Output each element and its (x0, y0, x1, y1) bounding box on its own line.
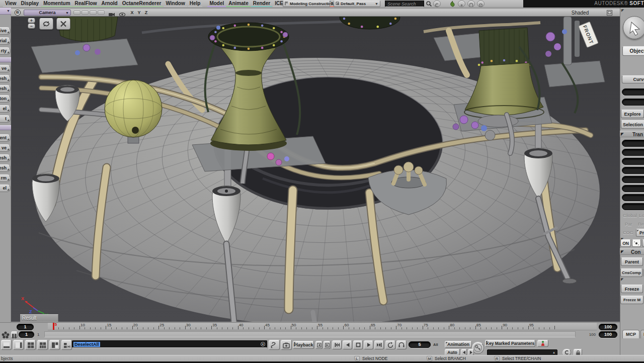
close-icon[interactable] (56, 18, 70, 30)
audio-mute-icon[interactable] (396, 340, 407, 349)
end-frame-box[interactable]: 100 (599, 324, 617, 330)
stop-button[interactable] (353, 340, 363, 349)
memo-cam-slot[interactable] (98, 11, 105, 15)
object-filter-button[interactable]: Object (622, 46, 644, 56)
range-end-box[interactable]: 100 (599, 331, 617, 338)
transform-value-field[interactable] (622, 185, 644, 192)
step-back-button[interactable] (315, 341, 323, 349)
timeline-ruler[interactable]: 1015202530354045505560657075808590955 (48, 323, 597, 330)
viewport-canvas[interactable]: FRONT X Y Z (11, 17, 620, 322)
select-tool-button[interactable] (623, 16, 644, 39)
transform-value-field[interactable] (622, 194, 644, 201)
left-toolbar-button-ve[interactable]: ve (0, 144, 11, 152)
selection-field[interactable] (622, 88, 644, 96)
timeline-playhead[interactable]: 5 (53, 323, 54, 330)
scene-search-input[interactable]: Scene Search (385, 1, 424, 7)
explore-button[interactable]: Explore (621, 110, 644, 118)
zoom-in-button[interactable]: + (28, 18, 35, 23)
memo-cam-slot[interactable] (90, 11, 97, 15)
camera-view-dropdown[interactable]: Camera ▼ (24, 10, 71, 16)
left-toolbar-button-nent[interactable]: nent (0, 134, 11, 142)
axis-z-toggle[interactable]: Z (143, 10, 149, 15)
left-toolbar-button-ive[interactable]: ive (0, 27, 11, 35)
menu-window[interactable]: Window (164, 0, 187, 7)
left-toolbar-button-t[interactable]: t (0, 115, 11, 123)
selection-filter-icon[interactable] (458, 1, 465, 7)
axis-y-toggle[interactable]: Y (136, 10, 142, 15)
panel-corner-icon[interactable]: ◤ (621, 9, 624, 13)
menu-model[interactable]: Model (207, 0, 226, 7)
ref-mode-label[interactable]: Ref (638, 222, 644, 227)
script-icon[interactable] (269, 340, 280, 350)
leaf-icon[interactable] (448, 1, 456, 7)
loop-icon[interactable] (385, 340, 395, 349)
ghost-icon[interactable] (477, 1, 485, 7)
layout-preset-button-5[interactable] (49, 340, 60, 350)
snap-on-toggle[interactable]: ON (620, 239, 631, 247)
menu-render[interactable]: Render (251, 0, 272, 7)
menu-momentum[interactable]: Momentum (41, 0, 72, 7)
selection-button[interactable]: Selection (621, 120, 644, 129)
start-frame-box[interactable]: 1 (17, 324, 34, 330)
menu-realflow[interactable]: RealFlow (73, 0, 99, 7)
shading-mode-dropdown[interactable]: Shaded (565, 10, 596, 16)
axis-x-toggle[interactable]: X (129, 10, 135, 15)
menu-help[interactable]: Help (188, 0, 203, 7)
search-icon[interactable] (425, 1, 433, 7)
freeze-m-button[interactable]: Freeze M (620, 296, 643, 304)
left-toolbar-button-ton[interactable]: ton (0, 95, 11, 103)
memo-cam-slot[interactable] (82, 11, 89, 15)
layout-preset-button-6[interactable] (61, 340, 72, 350)
viewport-letter-button[interactable]: B (15, 10, 21, 16)
left-toolbar-button-el[interactable]: el (0, 105, 11, 113)
menu-view[interactable]: View (3, 0, 19, 7)
snap-target-icon[interactable] (632, 239, 641, 247)
selection-field[interactable] (622, 99, 644, 106)
all-label[interactable]: All (433, 342, 438, 347)
layout-preset-button-3[interactable] (25, 340, 36, 350)
snap-icon[interactable] (467, 1, 475, 7)
memo-cam-slot[interactable] (73, 11, 80, 15)
left-toolbar-button-mesh[interactable]: Mesh (0, 75, 11, 82)
tab-kpl[interactable]: KP/L (640, 330, 644, 338)
left-toolbar-button-mesh[interactable]: Mesh (0, 164, 11, 172)
left-toolbar-button-rm[interactable]: rm (0, 174, 11, 182)
panel-corner-icon[interactable]: ◤ (621, 278, 623, 282)
command-input[interactable]: DeselectAll ▼ (72, 340, 267, 348)
layout-preset-button-2[interactable] (13, 340, 24, 350)
command-history-icon[interactable]: ▼ (261, 342, 265, 346)
transform-value-field[interactable] (622, 203, 644, 210)
left-toolbar-button-el[interactable]: el (0, 185, 11, 192)
transform-value-field[interactable] (622, 158, 644, 165)
menu-octanerenderer[interactable]: OctaneRenderer (120, 0, 164, 7)
refresh-icon[interactable] (39, 18, 53, 30)
menu-animate[interactable]: Animate (226, 0, 250, 7)
key-marked-parameters-button[interactable]: Key Marked Parameters (485, 340, 535, 347)
freeze-button[interactable]: Freeze (621, 285, 643, 293)
prop-button[interactable]: Prop (636, 229, 644, 237)
range-start-box[interactable]: 1 (19, 331, 34, 338)
parent-button[interactable]: Parent (621, 257, 643, 266)
split-view-icon[interactable] (11, 331, 18, 338)
transform-value-field[interactable] (622, 176, 644, 183)
cnscomp-button[interactable]: CnsComp (620, 268, 642, 277)
constrain-header[interactable]: ◤Con (620, 248, 644, 255)
left-toolbar-button-mesh[interactable]: Mesh (0, 85, 11, 93)
keying-panel-icon[interactable] (281, 340, 292, 350)
curve-button[interactable]: Curve (622, 75, 644, 83)
playback-range-track[interactable] (44, 331, 576, 337)
play-backwards-button[interactable] (343, 340, 352, 349)
cog-label[interactable]: COG (623, 230, 633, 235)
clear-search-icon[interactable] (433, 1, 441, 7)
par-mode-label[interactable]: Par (625, 222, 632, 227)
go-end-button[interactable] (374, 340, 384, 349)
transform-header[interactable]: ◤Tran (620, 131, 644, 137)
current-frame-field[interactable]: 5 (409, 341, 431, 348)
keyed-character-icon[interactable] (537, 340, 548, 347)
global-mode-label[interactable]: Global (623, 213, 637, 218)
softimage-flower-icon[interactable] (1, 331, 10, 341)
snap-curl-icon[interactable] (642, 239, 644, 247)
pass-dropdown[interactable]: Default_Pass ▼ (334, 1, 380, 7)
zoom-out-button[interactable]: − (28, 24, 35, 29)
construction-mode-dropdown[interactable]: Modeling Construction Mode ▼ (283, 1, 330, 7)
